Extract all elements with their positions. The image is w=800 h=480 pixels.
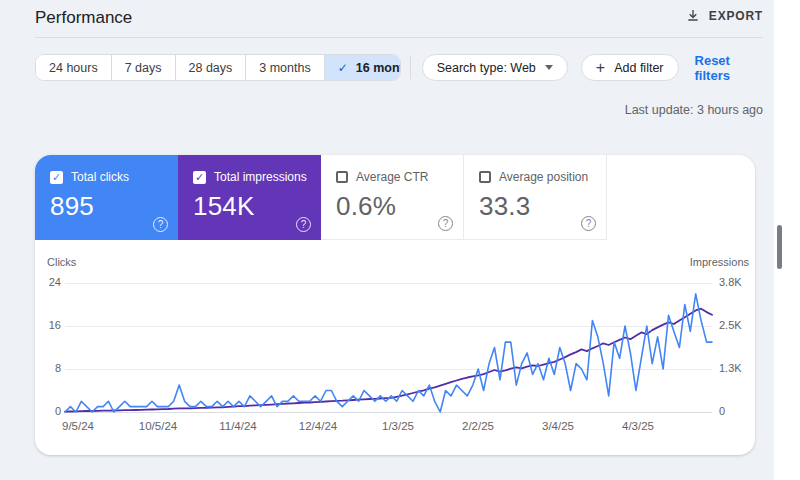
series-line-clicks — [65, 294, 712, 412]
scrollbar-thumb[interactable] — [777, 225, 782, 269]
search-type-dropdown[interactable]: Search type: Web — [422, 54, 568, 81]
left-tick: 16 — [35, 319, 61, 331]
performance-page: Performance EXPORT 24 hours 7 days 28 da… — [0, 0, 800, 480]
checkmark-icon: ✓ — [338, 61, 348, 75]
date-range-label: 28 days — [189, 61, 233, 75]
plus-icon: + — [596, 60, 605, 76]
metric-tile-total-clicks[interactable]: ✓ Total clicks 895 ? — [35, 155, 178, 240]
last-update-text: Last update: 3 hours ago — [625, 103, 763, 117]
download-icon — [685, 8, 701, 24]
left-tick: 24 — [35, 276, 61, 288]
metric-label: Total clicks — [71, 170, 129, 184]
date-range-label: 3 months — [259, 61, 310, 75]
x-tick: 1/3/25 — [366, 420, 430, 432]
checkbox-total-clicks[interactable]: ✓ — [50, 171, 63, 184]
tile-head: ✓ Total impressions — [193, 170, 321, 184]
clicks-impressions-chart[interactable] — [65, 283, 712, 412]
date-range-label: 16 months — [356, 61, 401, 75]
x-tick: 12/4/24 — [286, 420, 350, 432]
x-tick: 10/5/24 — [126, 420, 190, 432]
metric-label: Total impressions — [214, 170, 307, 184]
series-line-impressions — [65, 309, 712, 412]
right-tick: 3.8K — [719, 276, 759, 288]
performance-card: ✓ Total clicks 895 ? ✓ Total impressions… — [35, 155, 755, 455]
right-axis-title: Impressions — [690, 256, 749, 268]
checkbox-total-impressions[interactable]: ✓ — [193, 171, 206, 184]
right-tick: 1.3K — [719, 362, 759, 374]
metric-label: Average position — [499, 170, 588, 184]
metric-tiles: ✓ Total clicks 895 ? ✓ Total impressions… — [35, 155, 607, 240]
add-filter-label: Add filter — [614, 61, 663, 75]
metric-tile-average-ctr[interactable]: Average CTR 0.6% ? — [321, 155, 464, 240]
date-range-label: 24 hours — [49, 61, 98, 75]
header-divider — [35, 37, 763, 38]
add-filter-button[interactable]: + Add filter — [581, 54, 679, 81]
search-type-label: Search type: Web — [437, 61, 536, 75]
metric-tile-total-impressions[interactable]: ✓ Total impressions 154K ? — [178, 155, 321, 240]
x-tick: 9/5/24 — [46, 420, 110, 432]
date-range-3-months[interactable]: 3 months — [246, 55, 324, 80]
x-tick: 3/4/25 — [526, 420, 590, 432]
x-axis-line — [65, 412, 712, 413]
tile-head: Average position — [479, 170, 606, 184]
export-button[interactable]: EXPORT — [685, 8, 763, 24]
right-tick: 2.5K — [719, 319, 759, 331]
metric-tile-average-position[interactable]: Average position 33.3 ? — [464, 155, 607, 240]
checkbox-average-position[interactable] — [479, 171, 491, 183]
date-range-label: 7 days — [125, 61, 162, 75]
date-range-28-days[interactable]: 28 days — [176, 55, 247, 80]
page-title: Performance — [35, 8, 132, 28]
tile-head: ✓ Total clicks — [50, 170, 178, 184]
chevron-down-icon — [545, 65, 553, 70]
left-tick: 0 — [35, 405, 61, 417]
right-tick: 0 — [719, 405, 759, 417]
help-icon[interactable]: ? — [438, 216, 453, 231]
metric-label: Average CTR — [356, 170, 428, 184]
x-tick: 11/4/24 — [206, 420, 270, 432]
x-tick: 4/3/25 — [606, 420, 670, 432]
date-range-16-months-selected[interactable]: ✓ 16 months — [325, 55, 401, 80]
help-icon[interactable]: ? — [581, 216, 596, 231]
date-range-group: 24 hours 7 days 28 days 3 months ✓ 16 mo… — [35, 54, 401, 81]
reset-filters-link[interactable]: Reset filters — [695, 53, 763, 83]
date-range-7-days[interactable]: 7 days — [112, 55, 176, 80]
export-label: EXPORT — [709, 9, 763, 23]
help-icon[interactable]: ? — [153, 217, 168, 232]
filter-bar: 24 hours 7 days 28 days 3 months ✓ 16 mo… — [35, 54, 763, 81]
left-axis-title: Clicks — [47, 256, 76, 268]
help-icon[interactable]: ? — [296, 217, 311, 232]
tile-head: Average CTR — [336, 170, 463, 184]
date-range-24-hours[interactable]: 24 hours — [36, 55, 112, 80]
scrollbar-track[interactable] — [774, 0, 800, 480]
filter-divider — [410, 56, 411, 79]
left-tick: 8 — [35, 362, 61, 374]
x-tick: 2/2/25 — [446, 420, 510, 432]
checkbox-average-ctr[interactable] — [336, 171, 348, 183]
